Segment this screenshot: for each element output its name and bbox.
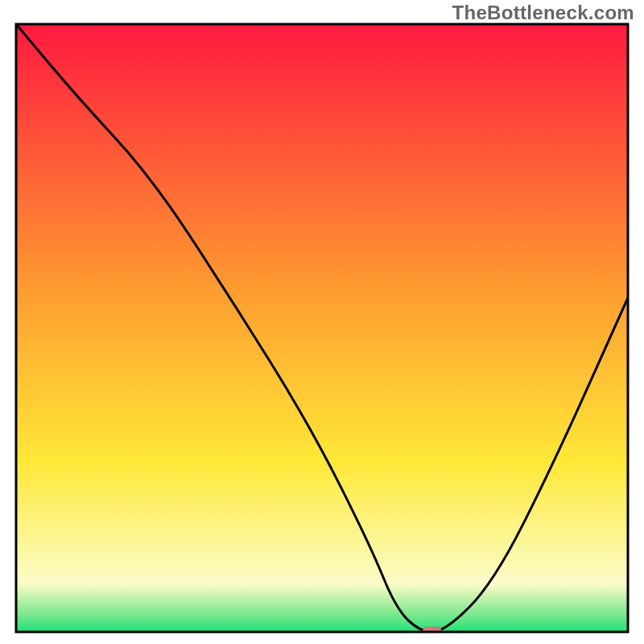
chart-container: { "watermark": "TheBottleneck.com", "col… (0, 0, 644, 644)
bottleneck-chart (0, 0, 644, 644)
gradient-background (16, 24, 628, 632)
